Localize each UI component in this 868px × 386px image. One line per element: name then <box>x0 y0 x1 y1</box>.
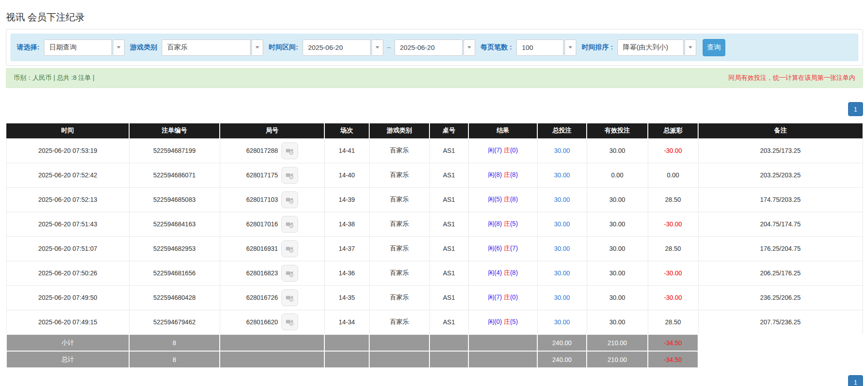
col-header-bet-no: 注单编号 <box>129 123 220 138</box>
cell-table-no: AS1 <box>429 310 468 334</box>
select-type-label: 请选择: <box>17 43 39 52</box>
round-number: 628016620 <box>246 318 278 326</box>
cell-round-no: 628016726 <box>220 285 324 310</box>
summary-row: 总计 8 240.00 210.00 -34.50 <box>6 351 863 368</box>
cell-time: 2025-06-20 07:49:50 <box>6 285 129 310</box>
total-bet-link[interactable]: 30.00 <box>554 294 570 301</box>
round-number: 628017016 <box>246 220 278 228</box>
result-player: 闲(6) <box>488 244 502 252</box>
table-body: 2025-06-20 07:53:19 522594687199 6280172… <box>6 138 863 334</box>
video-replay-button[interactable] <box>281 313 298 330</box>
video-replay-button[interactable] <box>281 240 298 257</box>
result-player: 闲(7) <box>488 293 502 301</box>
cell-remark: 207.75/236.25 <box>698 310 863 334</box>
cell-valid-bet: 30.00 <box>587 285 648 310</box>
result-banker-num: (0) <box>510 293 518 301</box>
date-to-select[interactable]: 2025-06-20 <box>395 39 475 56</box>
video-icon <box>285 220 294 229</box>
date-range-label: 时间区间: <box>269 43 298 52</box>
cell-result: 闲(4) 庄(8) <box>468 261 537 285</box>
result-banker: 庄 <box>504 244 510 252</box>
cell-payout: -30.00 <box>648 138 698 163</box>
table-row: 2025-06-20 07:50:26 522594681656 6280168… <box>6 261 863 285</box>
round-number: 628016931 <box>246 245 278 252</box>
cell-time: 2025-06-20 07:52:42 <box>6 163 129 187</box>
cell-valid-bet: 0.00 <box>587 163 648 187</box>
total-bet-link[interactable]: 30.00 <box>554 318 570 326</box>
summary-payout: -34.50 <box>648 351 698 368</box>
page: 视讯 会员下注纪录 请选择: 日期查询 游戏类别 百家乐 时间区间: 2025-… <box>0 11 868 386</box>
total-bet-link[interactable]: 30.00 <box>554 245 570 252</box>
summary-count: 8 <box>129 334 220 351</box>
cell-round-no: 628016620 <box>220 310 324 334</box>
per-page-select[interactable]: 100 <box>516 39 576 56</box>
cell-game: 百家乐 <box>369 138 429 163</box>
round-number: 628017103 <box>246 196 278 203</box>
cell-session: 14-37 <box>324 236 369 261</box>
bet-records-table: 时间 注单编号 局号 场次 游戏类别 桌号 结果 总投注 有效投注 总派彩 备注… <box>6 123 863 368</box>
col-header-remark: 备注 <box>698 123 863 138</box>
cell-result: 闲(6) 庄(7) <box>468 236 537 261</box>
table-row: 2025-06-20 07:53:19 522594687199 6280172… <box>6 138 863 163</box>
total-bet-link[interactable]: 30.00 <box>554 171 570 179</box>
col-header-valid-bet: 有效投注 <box>587 123 648 138</box>
video-replay-button[interactable] <box>281 265 298 282</box>
summary-label: 总计 <box>6 351 129 368</box>
cell-bet-no: 522594681656 <box>129 261 220 285</box>
video-icon <box>285 171 294 180</box>
query-type-select[interactable]: 日期查询 <box>44 39 125 56</box>
cell-result: 闲(7) 庄(0) <box>468 138 537 163</box>
result-banker-num: (5) <box>510 318 518 325</box>
cell-session: 14-40 <box>324 163 369 187</box>
cell-table-no: AS1 <box>429 212 468 236</box>
cell-table-no: AS1 <box>429 285 468 310</box>
game-type-select[interactable]: 百家乐 <box>162 39 263 56</box>
table-row: 2025-06-20 07:49:50 522594680428 6280167… <box>6 285 863 310</box>
video-replay-button[interactable] <box>281 289 298 306</box>
chevron-down-icon <box>251 39 263 56</box>
result-banker: 庄 <box>504 293 510 301</box>
cell-session: 14-39 <box>324 187 369 212</box>
filter-bar: 请选择: 日期查询 游戏类别 百家乐 时间区间: 2025-06-20 ~ 20… <box>10 34 858 61</box>
video-icon <box>285 317 294 327</box>
video-replay-button[interactable] <box>281 142 298 159</box>
cell-round-no: 628017175 <box>220 163 324 187</box>
cell-game: 百家乐 <box>369 285 429 310</box>
cell-round-no: 628016931 <box>220 236 324 261</box>
chevron-down-icon <box>463 39 475 56</box>
round-number: 628017175 <box>246 171 278 179</box>
cell-payout: -30.00 <box>648 261 698 285</box>
total-bet-link[interactable]: 30.00 <box>554 269 570 277</box>
cell-bet-no: 522594684163 <box>129 212 220 236</box>
table-row: 2025-06-20 07:52:42 522594686071 6280171… <box>6 163 863 187</box>
cell-game: 百家乐 <box>369 187 429 212</box>
total-bet-link[interactable]: 30.00 <box>554 196 570 203</box>
page-1-button[interactable]: 1 <box>848 102 863 116</box>
game-type-label: 游戏类别 <box>130 43 157 52</box>
cell-time: 2025-06-20 07:53:19 <box>6 138 129 163</box>
chevron-down-icon <box>371 39 383 56</box>
result-banker-num: (7) <box>510 244 518 252</box>
cell-result: 闲(0) 庄(5) <box>468 310 537 334</box>
query-button[interactable]: 查询 <box>703 39 725 56</box>
video-replay-button[interactable] <box>281 191 298 208</box>
page-1-button[interactable]: 1 <box>848 375 863 386</box>
cell-total-bet: 30.00 <box>537 212 587 236</box>
chevron-down-icon <box>685 39 696 56</box>
video-replay-button[interactable] <box>281 216 298 233</box>
time-sort-select[interactable]: 降幂(由大到小) <box>617 39 696 56</box>
cell-time: 2025-06-20 07:52:13 <box>6 187 129 212</box>
total-bet-link[interactable]: 30.00 <box>554 147 570 154</box>
pagination-bottom: 1 <box>6 375 863 386</box>
time-sort-value: 降幂(由大到小) <box>617 39 684 56</box>
col-header-session: 场次 <box>324 123 369 138</box>
video-icon <box>285 293 294 303</box>
cell-total-bet: 30.00 <box>537 163 587 187</box>
result-banker: 庄 <box>504 171 510 178</box>
video-replay-button[interactable] <box>281 167 298 184</box>
total-bet-link[interactable]: 30.00 <box>554 220 570 228</box>
cell-time: 2025-06-20 07:49:15 <box>6 310 129 334</box>
table-footer: 小计 8 240.00 210.00 -34.50 总计 8 240.00 21… <box>6 334 863 368</box>
round-number: 628016823 <box>246 269 278 277</box>
date-from-select[interactable]: 2025-06-20 <box>303 39 383 56</box>
